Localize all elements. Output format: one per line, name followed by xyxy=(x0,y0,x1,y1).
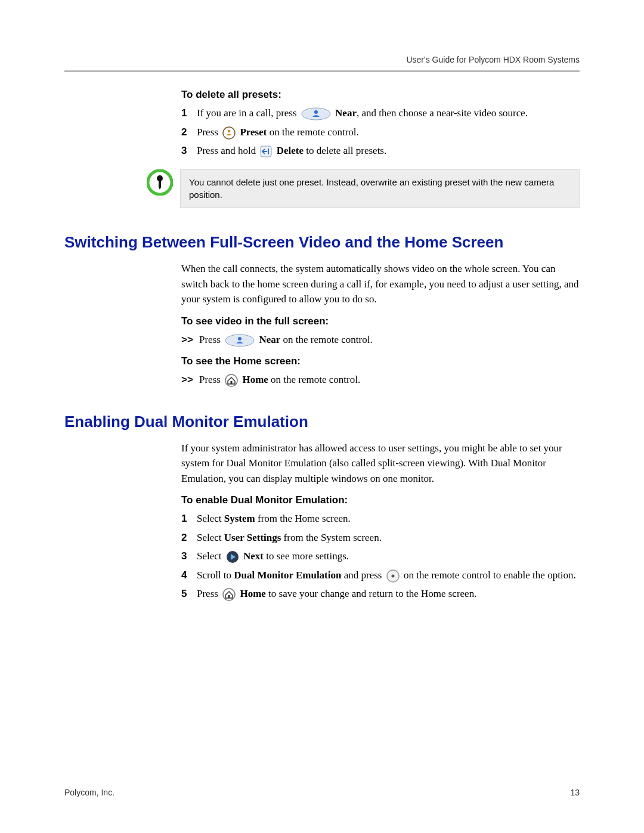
text: Press xyxy=(199,374,223,385)
step-number: 1 xyxy=(181,106,197,121)
steps-fullscreen: >> Press Near on the remote control. xyxy=(181,332,580,348)
note-box: You cannot delete just one preset. Inste… xyxy=(180,169,580,209)
text: on the remote control to enable the opti… xyxy=(404,569,576,581)
text: Press xyxy=(199,334,223,345)
text: Scroll to xyxy=(197,569,234,581)
text: Select xyxy=(197,532,224,543)
step-2: 2 Press Preset on the remote control. xyxy=(181,125,580,140)
text: Select xyxy=(197,550,224,562)
step-number: 3 xyxy=(181,143,197,159)
step: >> Press Near on the remote control. xyxy=(181,332,580,348)
steps-homescreen: >> Press Home on the remote control. xyxy=(181,372,580,388)
step-body: Select Next to see more settings. xyxy=(197,549,580,564)
svg-point-2 xyxy=(223,127,235,139)
proc-title-dual: To enable Dual Monitor Emulation: xyxy=(181,494,580,506)
text: , and then choose a near-site video sour… xyxy=(357,107,528,119)
steps-dual: 1 Select System from the Home screen. 2 … xyxy=(181,511,580,602)
text: on the remote control. xyxy=(267,126,358,138)
arrow-bullet: >> xyxy=(181,372,199,388)
step-4: 4 Scroll to Dual Monitor Emulation and p… xyxy=(181,568,580,583)
step-number: 2 xyxy=(181,530,197,546)
pushpin-icon xyxy=(147,169,173,196)
near-icon xyxy=(301,107,331,120)
step-number: 3 xyxy=(181,549,197,564)
section-dual-body: If your system administrator has allowed… xyxy=(181,441,580,602)
step-5: 5 Press Home to save your change and ret… xyxy=(181,586,580,602)
step-body: Press and hold Delete to delete all pres… xyxy=(197,143,580,159)
header-rule xyxy=(64,70,580,72)
step-number: 4 xyxy=(181,568,197,583)
text: to delete all presets. xyxy=(304,145,386,156)
bold: Dual Monitor Emulation xyxy=(234,569,341,581)
svg-point-15 xyxy=(391,574,394,577)
svg-point-1 xyxy=(314,110,318,114)
text: to see more settings. xyxy=(264,550,349,562)
para: If your system administrator has allowed… xyxy=(181,441,580,487)
footer-page-number: 13 xyxy=(570,788,580,797)
arrow-bullet: >> xyxy=(181,332,199,348)
step-body: Press Home on the remote control. xyxy=(199,372,580,388)
text: Select xyxy=(197,513,224,524)
proc-title-fullscreen: To see video in the full screen: xyxy=(181,315,580,327)
near-label: Near xyxy=(259,334,280,345)
step-body: Press Home to save your change and retur… xyxy=(197,586,580,602)
step-body: Press Near on the remote control. xyxy=(199,332,580,348)
next-icon xyxy=(226,550,239,563)
text: from the System screen. xyxy=(281,532,382,543)
text: on the remote control. xyxy=(268,374,360,385)
svg-point-9 xyxy=(238,337,242,340)
para: When the call connects, the system autom… xyxy=(181,261,580,307)
select-dot-icon xyxy=(386,569,400,583)
steps-delete: 1 If you are in a call, press Near, and … xyxy=(181,106,580,159)
preset-label: Preset xyxy=(240,126,267,138)
preset-icon xyxy=(222,126,236,140)
delete-label: Delete xyxy=(277,145,304,156)
step-body: If you are in a call, press Near, and th… xyxy=(197,106,580,121)
step-body: Press Preset on the remote control. xyxy=(197,125,580,140)
page-footer: Polycom, Inc. 13 xyxy=(64,788,580,797)
proc-title-homescreen: To see the Home screen: xyxy=(181,355,580,367)
heading-dual-monitor: Enabling Dual Monitor Emulation xyxy=(64,413,580,431)
section-delete-presets: To delete all presets: 1 If you are in a… xyxy=(181,89,580,208)
text: Press xyxy=(197,588,221,599)
near-icon xyxy=(225,334,255,347)
page: User's Guide for Polycom HDX Room System… xyxy=(0,0,644,833)
step-2: 2 Select User Settings from the System s… xyxy=(181,530,580,546)
home-label: Home xyxy=(242,374,268,385)
text: Press xyxy=(197,126,221,138)
text: to save your change and return to the Ho… xyxy=(266,588,477,599)
step-number: 5 xyxy=(181,586,197,602)
step-1: 1 Select System from the Home screen. xyxy=(181,511,580,527)
next-label: Next xyxy=(243,550,264,562)
step-body: Select User Settings from the System scr… xyxy=(197,530,580,546)
section-switching-body: When the call connects, the system autom… xyxy=(181,261,580,388)
step-3: 3 Press and hold Delete to delete all pr… xyxy=(181,143,580,159)
text: Press and hold xyxy=(197,145,258,156)
bold: System xyxy=(224,513,255,524)
footer-company: Polycom, Inc. xyxy=(64,788,114,797)
step-number: 2 xyxy=(181,125,197,140)
step-3: 3 Select Next to see more settings. xyxy=(181,549,580,564)
svg-rect-17 xyxy=(228,595,230,598)
home-label: Home xyxy=(240,588,265,599)
step-body: Select System from the Home screen. xyxy=(197,511,580,527)
heading-switching: Switching Between Full-Screen Video and … xyxy=(64,233,580,252)
step-1: 1 If you are in a call, press Near, and … xyxy=(181,106,580,121)
text: If you are in a call, press xyxy=(197,107,299,119)
home-icon xyxy=(222,588,236,601)
text: from the Home screen. xyxy=(255,513,351,524)
svg-point-10 xyxy=(225,374,237,386)
delete-icon xyxy=(260,145,272,157)
text: on the remote control. xyxy=(280,334,372,345)
home-icon xyxy=(225,374,238,387)
bold: User Settings xyxy=(224,532,281,543)
svg-rect-11 xyxy=(231,381,233,384)
running-header: User's Guide for Polycom HDX Room System… xyxy=(64,55,580,64)
step-body: Scroll to Dual Monitor Emulation and pre… xyxy=(197,568,580,583)
text: and press xyxy=(341,569,384,581)
note-row: You cannot delete just one preset. Inste… xyxy=(147,169,580,209)
svg-point-3 xyxy=(228,129,230,132)
step-number: 1 xyxy=(181,511,197,527)
proc-title-delete: To delete all presets: xyxy=(181,89,580,101)
step: >> Press Home on the remote control. xyxy=(181,372,580,388)
